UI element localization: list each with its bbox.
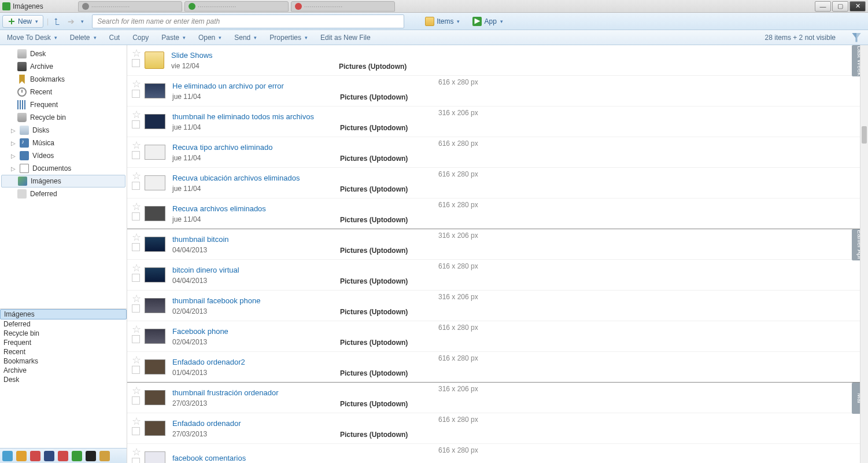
star-icon[interactable]: ☆ <box>131 47 142 59</box>
star-icon[interactable]: ☆ <box>131 385 142 396</box>
list-item[interactable]: ☆ Recuva ubicación archivos eliminados j… <box>127 168 868 199</box>
tree-item-archive[interactable]: Archive <box>0 60 127 73</box>
checkbox[interactable] <box>132 212 140 221</box>
checkbox[interactable] <box>132 366 140 374</box>
tray-icon[interactable] <box>99 451 110 461</box>
expand-icon[interactable]: ▷ <box>10 166 16 172</box>
list-item[interactable]: ☆ thumbnail he eliminado todos mis archi… <box>127 106 868 137</box>
checkbox[interactable] <box>132 396 140 405</box>
tree-item-bookmarks[interactable]: Bookmarks <box>0 73 127 86</box>
star-icon[interactable]: ☆ <box>131 109 142 120</box>
checkbox[interactable] <box>132 427 140 435</box>
list-item[interactable]: ☆ Recuva archivos eliminados jue 11/04 P… <box>127 199 868 229</box>
app-button[interactable]: App ▾ <box>468 15 507 28</box>
checkbox[interactable] <box>132 274 140 282</box>
history-item[interactable]: Desk <box>0 375 127 384</box>
list-item[interactable]: ☆ Enfadado ordenador 27/03/2013 Pictures… <box>127 413 868 444</box>
checkbox[interactable] <box>132 90 140 98</box>
nav-forward-button[interactable]: ➔ <box>66 16 76 27</box>
list-item[interactable]: ☆ He eliminado un archivo por error jue … <box>127 76 868 106</box>
checkbox[interactable] <box>132 304 140 313</box>
tree-item-documentos[interactable]: ▷Documentos <box>0 162 127 175</box>
list-item[interactable]: ☆ Recuva tipo archivo eliminado jue 11/0… <box>127 137 868 168</box>
history-item[interactable]: Deferred <box>0 319 127 329</box>
scrollbar-thumb[interactable] <box>862 126 867 144</box>
star-icon[interactable]: ☆ <box>131 354 142 366</box>
list-item[interactable]: ☆ thumbnail bitcoin 04/04/2013 Pictures … <box>127 229 868 260</box>
send-button[interactable]: Send▾ <box>234 34 257 42</box>
minimize-button[interactable]: — <box>815 1 831 12</box>
star-icon[interactable]: ☆ <box>131 416 142 427</box>
maximize-button[interactable]: ▢ <box>832 1 848 12</box>
vertical-scrollbar[interactable] <box>860 45 868 463</box>
list-item[interactable]: ☆ facebook comentarios 616 x 280 px <box>127 444 868 463</box>
nav-history-dropdown[interactable]: ▾ <box>81 19 84 24</box>
tray-icon[interactable] <box>44 451 54 461</box>
star-icon[interactable]: ☆ <box>131 201 142 212</box>
history-item[interactable]: Recycle bin <box>0 329 127 338</box>
items-button[interactable]: Items ▾ <box>420 15 464 28</box>
search-input[interactable]: Search for item name or enter item path <box>92 14 404 28</box>
thumbnail <box>145 298 165 313</box>
tree-item-videos[interactable]: ▷Vídeos <box>0 149 127 162</box>
star-icon[interactable]: ☆ <box>131 262 142 274</box>
tab-3[interactable]: ···················· <box>291 1 395 12</box>
star-icon[interactable]: ☆ <box>131 139 142 151</box>
edit-as-new-button[interactable]: Edit as New File <box>320 34 371 42</box>
tree-item-desk[interactable]: Desk <box>0 47 127 60</box>
list-item[interactable]: ☆ Slide Shows vie 12/04 Pictures (Uptodo… <box>127 45 868 76</box>
tray-icon[interactable] <box>58 451 68 461</box>
close-button[interactable]: ✕ <box>849 1 866 12</box>
star-icon[interactable]: ☆ <box>131 232 142 243</box>
checkbox[interactable] <box>132 120 140 128</box>
star-icon[interactable]: ☆ <box>131 446 142 458</box>
properties-button[interactable]: Properties▾ <box>269 34 308 42</box>
checkbox[interactable] <box>132 335 140 343</box>
move-to-desk-button[interactable]: Move To Desk▾ <box>7 34 57 42</box>
checkbox[interactable] <box>132 151 140 159</box>
tray-icon[interactable] <box>16 451 27 461</box>
tray-icon[interactable] <box>86 451 96 461</box>
tree-item-deferred[interactable]: Deferred <box>0 188 127 200</box>
paste-button[interactable]: Paste▾ <box>161 34 186 42</box>
tree-item-recycle[interactable]: Recycle bin <box>0 111 127 124</box>
list-item[interactable]: ☆ thumbnail frustración ordenador 27/03/… <box>127 383 868 413</box>
checkbox[interactable] <box>132 458 140 463</box>
star-icon[interactable]: ☆ <box>131 293 142 304</box>
list-item[interactable]: ☆ thumbnail facebook phone 02/04/2013 Pi… <box>127 291 868 321</box>
list-item[interactable]: ☆ bitcoin dinero virtual 04/04/2013 Pict… <box>127 260 868 291</box>
delete-button[interactable]: Delete▾ <box>70 34 97 42</box>
expand-icon[interactable]: ▷ <box>10 140 16 146</box>
expand-icon[interactable]: ▷ <box>10 153 16 159</box>
tray-icon[interactable] <box>72 451 82 461</box>
copy-button[interactable]: Copy <box>132 34 149 42</box>
star-icon[interactable]: ☆ <box>131 170 142 182</box>
cut-button[interactable]: Cut <box>109 34 120 42</box>
history-item[interactable]: Recent <box>0 347 127 357</box>
tree-item-recent[interactable]: Recent <box>0 86 127 98</box>
nav-back-button[interactable]: ⮤ <box>52 16 62 27</box>
history-item[interactable]: Archive <box>0 366 127 375</box>
history-item[interactable]: Frequent <box>0 338 127 347</box>
checkbox[interactable] <box>132 243 140 251</box>
tree-item-frequent[interactable]: Frequent <box>0 98 127 111</box>
list-item[interactable]: ☆ Enfadado ordenador2 01/04/2013 Picture… <box>127 352 868 383</box>
star-icon[interactable]: ☆ <box>131 78 142 90</box>
tray-icon[interactable] <box>30 451 40 461</box>
checkbox[interactable] <box>132 59 140 67</box>
star-icon[interactable]: ☆ <box>131 324 142 335</box>
tab-2[interactable]: ···················· <box>184 1 289 12</box>
tab-1[interactable]: ···················· <box>78 1 182 12</box>
checkbox[interactable] <box>132 182 140 190</box>
expand-icon[interactable]: ▷ <box>10 127 16 134</box>
list-item[interactable]: ☆ Facebook phone 02/04/2013 Pictures (Up… <box>127 321 868 352</box>
tree-item-disks[interactable]: ▷Disks <box>0 124 127 137</box>
tray-icon[interactable] <box>2 451 13 461</box>
new-button[interactable]: New ▾ <box>2 15 43 28</box>
history-item[interactable]: Bookmarks <box>0 357 127 366</box>
tree-item-musica[interactable]: ▷Música <box>0 137 127 149</box>
history-item[interactable]: Imágenes <box>0 309 127 319</box>
open-button[interactable]: Open▾ <box>198 34 221 42</box>
tree-item-imagenes[interactable]: Imágenes <box>1 175 125 188</box>
filter-icon[interactable] <box>852 33 861 42</box>
